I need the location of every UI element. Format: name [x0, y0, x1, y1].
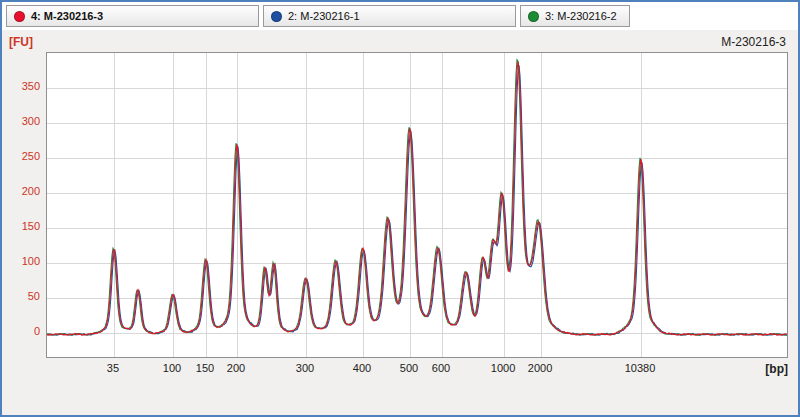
x-tick-label: 200 — [227, 362, 245, 374]
x-tick-label: 600 — [432, 362, 450, 374]
x-tick-label: 10380 — [625, 362, 656, 374]
chart-title: M-230216-3 — [721, 35, 786, 49]
y-tick-label: 50 — [2, 290, 40, 303]
x-axis-unit-label: [bp] — [765, 362, 788, 376]
y-tick-label: 0 — [2, 325, 40, 338]
sample-tabbar: 4: M-230216-3 2: M-230216-1 3: M-230216-… — [2, 2, 798, 30]
x-tick-label: 100 — [163, 362, 181, 374]
y-tick-label: 150 — [2, 220, 40, 233]
x-tick-label: 1000 — [491, 362, 515, 374]
x-tick-label: 2000 — [528, 362, 552, 374]
y-tick-label: 200 — [2, 185, 40, 198]
plot-frame — [46, 52, 788, 358]
tab-label-sample-4: 4: M-230216-3 — [31, 10, 103, 22]
y-tick-label: 250 — [2, 150, 40, 163]
tab-sample-4[interactable]: 4: M-230216-3 — [6, 5, 259, 27]
trace-2-M-230216-1 — [47, 65, 787, 335]
x-tick-label: 500 — [400, 362, 418, 374]
electropherogram-plot — [47, 53, 787, 357]
tab-sample-2[interactable]: 2: M-230216-1 — [263, 5, 516, 27]
chart-area: [FU] M-230216-3 050100150200250300350 35… — [2, 30, 798, 415]
y-tick-label: 350 — [2, 80, 40, 93]
gridlines — [47, 53, 787, 357]
x-tick-label: 35 — [107, 362, 119, 374]
electropherogram-window: 4: M-230216-3 2: M-230216-1 3: M-230216-… — [0, 0, 800, 417]
trace-4-M-230216-3 — [47, 62, 787, 336]
sample-color-dot-red — [14, 11, 25, 22]
tab-label-sample-2: 2: M-230216-1 — [288, 10, 360, 22]
x-tick-label: 150 — [196, 362, 214, 374]
sample-color-dot-blue — [271, 11, 282, 22]
x-tick-label: 300 — [296, 362, 314, 374]
y-tick-label: 300 — [2, 115, 40, 128]
y-tick-label: 100 — [2, 255, 40, 268]
y-axis-unit-label: [FU] — [9, 35, 33, 49]
sample-color-dot-green — [528, 11, 539, 22]
x-tick-label: 400 — [353, 362, 371, 374]
tab-label-sample-3: 3: M-230216-2 — [545, 10, 617, 22]
tab-sample-3[interactable]: 3: M-230216-2 — [520, 5, 630, 27]
trace-3-M-230216-2 — [47, 60, 787, 336]
